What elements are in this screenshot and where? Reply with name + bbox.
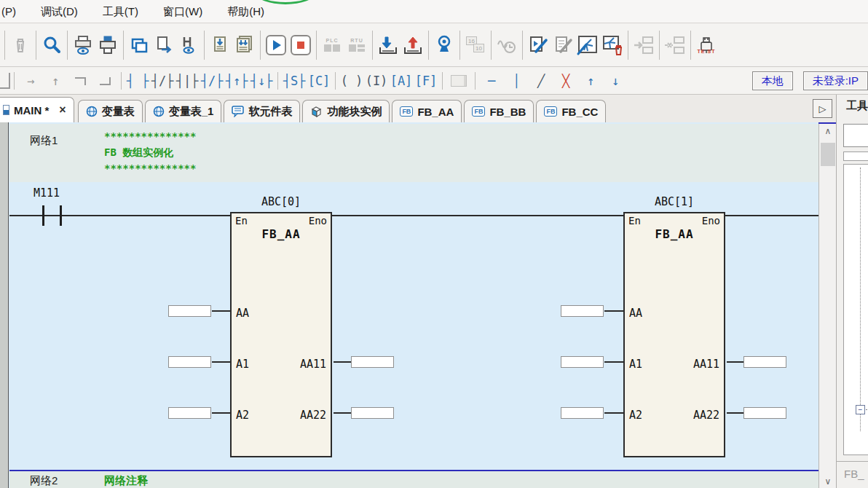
plc-config-button[interactable]: PLC — [320, 33, 344, 58]
coil-button[interactable]: ( ) — [339, 68, 364, 93]
menu-item-debug[interactable]: 调试(D) — [28, 0, 90, 23]
close-icon[interactable]: × — [59, 103, 66, 117]
ladder-editor-canvas[interactable]: 网络1 ***************FB 数组实例化*************… — [0, 122, 818, 488]
find-button[interactable] — [39, 33, 64, 58]
falling-contact-button[interactable]: ┤↓├ — [249, 68, 274, 93]
operand-field[interactable] — [743, 356, 786, 368]
operand-field[interactable] — [561, 305, 604, 317]
tab-variable-table-1[interactable]: 变量表_1 — [145, 100, 222, 122]
stop-button[interactable] — [288, 33, 313, 58]
network1-comment[interactable]: ***************FB 数组实例化*************** — [104, 128, 196, 176]
usb-test-button[interactable]: TE ST — [694, 33, 719, 58]
tab-fb-instances[interactable]: 功能块实例 — [302, 100, 390, 122]
download-to-plc-button[interactable] — [376, 33, 401, 58]
contact-monitor-button[interactable] — [176, 33, 201, 58]
tab-fb-bb[interactable]: FB FB_BB — [464, 100, 534, 122]
pin-wire — [727, 412, 743, 414]
login-status-button[interactable]: 未登录:IP — [803, 71, 868, 90]
menu-item-window[interactable]: 窗口(W) — [151, 0, 215, 23]
contact-operand-label[interactable]: M111 — [33, 186, 60, 200]
form-button[interactable] — [446, 68, 471, 93]
operand-field[interactable] — [743, 407, 786, 419]
h-line-button[interactable]: ─ — [479, 68, 504, 93]
trace-button[interactable] — [494, 33, 519, 58]
tab-main[interactable]: MAIN * × — [0, 97, 74, 122]
delete-cell-button[interactable] — [663, 33, 687, 58]
up-line-button[interactable]: ↑ — [578, 68, 603, 93]
tab-fb-aa[interactable]: FB FB_AA — [392, 100, 462, 122]
download-list-button[interactable] — [208, 33, 232, 58]
cascade-windows-button[interactable] — [127, 33, 151, 58]
operand-field[interactable] — [168, 305, 211, 317]
toolbox-filter-field[interactable] — [843, 124, 868, 147]
scrollbar-thumb[interactable] — [821, 143, 835, 166]
download-lists-button[interactable] — [232, 33, 257, 58]
hex-dec-display-button[interactable]: 16 10 — [463, 33, 488, 58]
v-line-button[interactable]: │ — [504, 68, 529, 93]
fb-instance-name[interactable]: ABC[1] — [623, 195, 725, 208]
toolbar-separator — [316, 31, 317, 60]
operand-field[interactable] — [168, 407, 211, 419]
contact-bar[interactable] — [42, 205, 44, 226]
scroll-up-button[interactable]: ∧ — [820, 124, 836, 138]
operand-field[interactable] — [561, 407, 604, 419]
down-line-button[interactable]: ↓ — [603, 68, 628, 93]
editor-left-gutter — [0, 122, 9, 488]
no-contact-button[interactable]: ┤ ├ — [125, 68, 150, 93]
rising-contact-button[interactable]: ┤↑├ — [224, 68, 249, 93]
network1-header[interactable]: 网络1 ***************FB 数组实例化*************… — [9, 124, 818, 182]
menu-item-tools[interactable]: 工具(T) — [90, 0, 151, 23]
window-delete-button[interactable] — [600, 33, 625, 58]
tab-variable-table[interactable]: 变量表 — [78, 100, 143, 122]
online-monitor-button[interactable] — [432, 33, 457, 58]
tab-fb-cc[interactable]: FB FB_CC — [536, 100, 606, 122]
operand-field[interactable] — [168, 356, 211, 368]
tab-device-table[interactable]: 软元件表 — [224, 100, 300, 122]
function-block[interactable]: En Eno FB_AA AA A1 A2 AA11 AA22 — [230, 212, 332, 457]
tab-overflow-button[interactable]: ▷ — [813, 99, 832, 118]
print-button[interactable] — [95, 33, 120, 58]
local-button[interactable]: 本地 — [752, 71, 793, 90]
operand-field[interactable] — [351, 407, 394, 419]
delete-button[interactable] — [8, 33, 33, 58]
operand-field[interactable] — [351, 356, 394, 368]
contact-bar[interactable] — [60, 205, 62, 226]
operand-field[interactable] — [561, 356, 604, 368]
export-page-button[interactable] — [151, 33, 176, 58]
tree-collapse-node[interactable]: − — [856, 405, 865, 414]
editor-vertical-scrollbar[interactable]: ∧ ∨ — [818, 124, 836, 488]
set-contact-button[interactable]: ┤S├ — [282, 68, 307, 93]
rtu-config-button[interactable]: RTU — [344, 33, 369, 58]
print-preview-button[interactable] — [71, 33, 95, 58]
compare-block-button[interactable]: [C] — [307, 68, 331, 93]
delete-x-button[interactable]: ╳ — [553, 68, 578, 93]
run-button[interactable] — [264, 33, 288, 58]
function-block-button[interactable]: [F] — [414, 68, 438, 93]
corner-up-button[interactable] — [92, 68, 117, 93]
upload-from-plc-button[interactable] — [401, 33, 425, 58]
inverse-coil-button[interactable]: (I) — [364, 68, 389, 93]
window-refresh-button[interactable] — [575, 33, 600, 58]
insert-cell-button[interactable] — [631, 33, 656, 58]
fb-doc-icon: FB — [400, 106, 413, 117]
menu-item-file-partial[interactable]: (P) — [0, 0, 28, 23]
online-edit-button[interactable] — [526, 33, 551, 58]
pulse-contact-button[interactable]: ┤|├ — [175, 68, 200, 93]
menu-item-help[interactable]: 帮助(H) — [215, 0, 277, 23]
delete-line-button[interactable]: ╱ — [529, 68, 553, 93]
corner-down-button[interactable] — [68, 68, 92, 93]
function-block[interactable]: En Eno FB_AA AA A1 A2 AA11 AA22 — [623, 212, 725, 457]
offline-edit-button[interactable] — [551, 33, 575, 58]
nc-contact-button[interactable]: ┤/├ — [150, 68, 175, 93]
network2-header[interactable]: 网络2 网络注释 — [9, 471, 818, 488]
pulse-nc-contact-button[interactable]: ┤/├ — [200, 68, 224, 93]
download-lists-icon — [233, 34, 256, 56]
fb-instance-name[interactable]: ABC[0] — [230, 195, 332, 208]
scroll-down-button[interactable]: ∨ — [820, 474, 836, 488]
network2-comment[interactable]: 网络注释 — [104, 474, 148, 488]
toolbox-tree[interactable]: − + — [843, 164, 868, 455]
toolbar-separator — [335, 72, 336, 90]
line-right-button[interactable]: → — [18, 68, 43, 93]
application-block-button[interactable]: [A] — [389, 68, 414, 93]
line-up-button[interactable]: ↑ — [43, 68, 68, 93]
